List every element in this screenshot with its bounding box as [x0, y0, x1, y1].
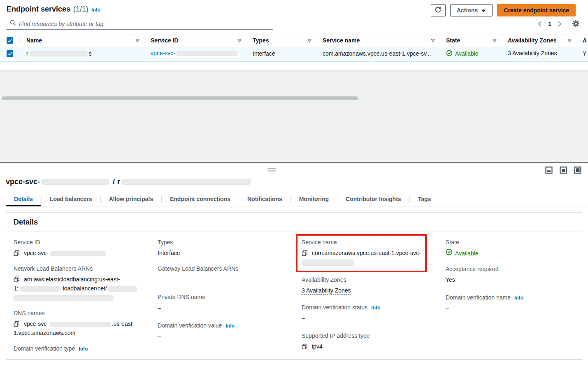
column-header-name[interactable]: Name [20, 37, 144, 44]
info-link[interactable]: Info [79, 346, 88, 352]
details-card-heading: Details [6, 213, 582, 232]
info-link[interactable]: Info [371, 305, 380, 311]
redacted-text [108, 286, 137, 292]
column-header-service-id[interactable]: Service ID [144, 37, 246, 44]
pagination-divider [567, 19, 567, 29]
page-header: Endpoint services (1/1) Info Actions Cre… [0, 0, 588, 16]
horizontal-scrollbar-thumb[interactable] [2, 96, 358, 100]
refresh-button[interactable] [431, 4, 446, 16]
horizontal-scrollbar [0, 96, 588, 101]
split-panel-title: vpce-svc- / r [6, 178, 252, 186]
tab-details[interactable]: Details [6, 193, 41, 206]
next-page-icon[interactable] [558, 21, 562, 27]
create-endpoint-service-button[interactable]: Create endpoint service [497, 4, 576, 16]
service-id-link[interactable]: vpce-svc- [151, 50, 239, 57]
redacted-text [30, 51, 88, 56]
resource-count: (1/1) [73, 5, 88, 14]
column-header-types[interactable]: Types [246, 37, 316, 44]
header-actions: Actions Create endpoint service [431, 4, 576, 16]
redacted-text [14, 295, 114, 301]
availability-zones-link[interactable]: 3 Availability Zones [508, 50, 557, 57]
copy-icon[interactable] [302, 344, 308, 350]
detail-tabs: Details Load balancers Allow principals … [0, 193, 588, 206]
cell-acceptance-cutoff: Y [576, 50, 588, 57]
field-types: Types Interface [158, 239, 286, 257]
caret-down-icon [481, 7, 486, 14]
copy-icon[interactable] [302, 250, 308, 256]
redacted-text [50, 251, 106, 256]
refresh-icon [435, 6, 442, 14]
tab-contributor-insights[interactable]: Contributor Insights [337, 193, 409, 206]
panel-size-large-icon[interactable] [574, 166, 581, 174]
column-header-state[interactable]: State [439, 37, 501, 44]
tab-monitoring[interactable]: Monitoring [291, 193, 337, 206]
field-service-name: Service name com.amazonaws.vpce.us-east-… [302, 239, 422, 267]
field-supported-ip-address-type: Supported IP address type ipv4 [302, 332, 430, 351]
field-state: State Available [446, 239, 574, 258]
split-panel: vpce-svc- / r Details Load balancers All… [0, 162, 588, 365]
column-header-availability-zones[interactable]: Availability Zones [501, 37, 576, 44]
sort-icon [135, 37, 139, 44]
row-checkbox[interactable] [7, 50, 13, 57]
field-network-load-balancers-arns: Network Load Balancers ARNs arn:aws:elas… [14, 265, 142, 302]
search-box [6, 18, 273, 30]
details-card: Details Service ID vpce-svc- Network Loa… [6, 212, 582, 360]
header-info-link[interactable]: Info [91, 7, 100, 13]
tab-tags[interactable]: Tags [410, 193, 439, 206]
column-header-service-name[interactable]: Service name [316, 37, 439, 44]
cell-types: Interface [246, 50, 316, 57]
details-column-1: Service ID vpce-svc- Network Load Balanc… [6, 232, 150, 359]
sort-icon [237, 37, 242, 44]
service-name-highlight-box: Service name com.amazonaws.vpce.us-east-… [296, 234, 427, 272]
copy-icon[interactable] [14, 321, 20, 327]
info-link[interactable]: Info [514, 295, 523, 301]
cell-state: Available [439, 50, 501, 58]
panel-size-small-icon[interactable] [545, 166, 553, 174]
previous-page-icon[interactable] [538, 21, 542, 27]
table-row[interactable]: rs vpce-svc- Interface com.amazonaws.vpc… [0, 46, 588, 61]
column-header-acceptance-cutoff[interactable]: A [576, 37, 588, 44]
field-domain-verification-value: Domain verification value Info – [158, 322, 286, 341]
actions-button-label: Actions [457, 7, 478, 14]
select-all-checkbox[interactable] [7, 37, 13, 44]
sort-icon [567, 37, 572, 44]
split-panel-layout-controls [545, 166, 581, 174]
tab-load-balancers[interactable]: Load balancers [42, 193, 100, 206]
panel-size-medium-icon[interactable] [560, 166, 567, 174]
field-dns-names: DNS names vpce-svc-.us-east- 1.vpce.amaz… [14, 310, 142, 337]
sort-icon [307, 37, 311, 44]
field-acceptance-required: Acceptance required Yes [446, 266, 574, 284]
field-domain-verification-name: Domain verification name Info – [446, 294, 574, 313]
details-column-4: State Available Acceptance required Yes [438, 232, 582, 359]
create-endpoint-service-label: Create endpoint service [504, 7, 569, 14]
field-service-id: Service ID vpce-svc- [14, 239, 142, 257]
redacted-text [41, 179, 109, 185]
tab-endpoint-connections[interactable]: Endpoint connections [162, 193, 239, 206]
redacted-text [177, 51, 237, 56]
cell-availability-zones: 3 Availability Zones [501, 50, 576, 57]
sort-icon [431, 37, 435, 44]
field-availability-zones: Availability Zones 3 Availability Zones [302, 276, 430, 295]
copy-icon[interactable] [14, 250, 20, 256]
cell-name: rs [20, 50, 144, 57]
table-toolbar: 1 [6, 18, 588, 30]
field-domain-verification-status: Domain verification status Info – [302, 304, 430, 323]
split-panel-drag-handle[interactable] [267, 168, 276, 173]
cell-service-id: vpce-svc- [144, 50, 246, 57]
field-gateway-load-balancers-arns: Gateway Load Balancers ARNs – [158, 265, 286, 284]
endpoint-services-table-card: Endpoint services (1/1) Info Actions Cre… [0, 0, 588, 71]
tab-allow-principals[interactable]: Allow principals [101, 193, 161, 206]
redacted-text [302, 260, 354, 266]
sort-icon [493, 37, 497, 44]
status-available-icon [446, 248, 453, 258]
pagination: 1 [538, 19, 588, 29]
table-settings-gear-icon[interactable] [572, 20, 580, 28]
actions-button[interactable]: Actions [450, 4, 493, 16]
search-input[interactable] [19, 21, 269, 27]
availability-zones-link[interactable]: 3 Availability Zones [302, 287, 351, 295]
tab-notifications[interactable]: Notifications [239, 193, 291, 206]
info-link[interactable]: Info [225, 323, 235, 329]
redacted-text [121, 179, 251, 185]
page-number[interactable]: 1 [546, 21, 553, 27]
copy-icon[interactable] [14, 276, 20, 283]
